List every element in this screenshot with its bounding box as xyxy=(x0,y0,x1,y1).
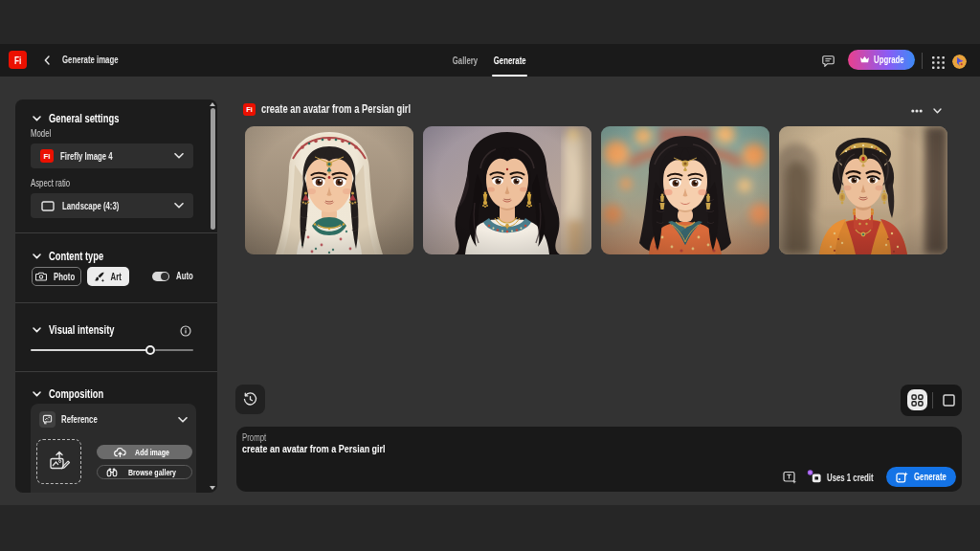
auto-label: Auto xyxy=(176,271,198,281)
apps-grid-icon[interactable] xyxy=(932,56,945,69)
crown-icon xyxy=(859,55,870,64)
generated-image-4[interactable] xyxy=(779,126,947,254)
credits-icon[interactable] xyxy=(807,470,822,483)
avatar[interactable] xyxy=(952,55,967,69)
generated-images xyxy=(245,126,947,254)
info-icon[interactable] xyxy=(180,325,191,337)
prompt-label-text: Prompt xyxy=(242,432,266,443)
visual-intensity-label: Visual intensity xyxy=(49,323,114,337)
workspace: General settings Model Fi Firefly Image … xyxy=(0,77,980,505)
content-type-header[interactable]: Content type xyxy=(33,250,119,263)
slider-knob[interactable] xyxy=(145,345,155,355)
single-view-button[interactable] xyxy=(941,390,957,409)
chevron-down-icon xyxy=(33,327,41,333)
aspect-ratio-label-text: Aspect ratio xyxy=(31,178,70,188)
settings-sidebar: General settings Model Fi Firefly Image … xyxy=(15,99,217,493)
firefly-result-icon: Fi xyxy=(243,103,256,116)
upgrade-label: Upgrade xyxy=(874,55,904,65)
art-brush-icon xyxy=(94,272,105,282)
prompt-settings-icon[interactable] xyxy=(783,471,797,484)
reference-select[interactable]: Reference xyxy=(39,411,188,428)
model-label: Model xyxy=(31,128,56,139)
add-image-label: Add image xyxy=(136,448,170,457)
add-image-button[interactable]: Add image xyxy=(97,445,192,459)
generate-label: Generate xyxy=(914,472,947,482)
aspect-ratio-select[interactable]: Landscape (4:3) xyxy=(31,193,193,218)
firefly-logo-text: Fi xyxy=(14,55,21,66)
header-divider xyxy=(922,53,923,69)
photo-button-label: Photo xyxy=(54,272,75,282)
model-select[interactable]: Fi Firefly Image 4 xyxy=(31,143,193,168)
scrollbar-thumb[interactable] xyxy=(211,108,215,230)
divider xyxy=(15,302,217,303)
more-options-icon[interactable] xyxy=(911,109,923,113)
chevron-left-icon xyxy=(44,55,50,65)
composition-panel: Reference Add image xyxy=(31,404,196,493)
camera-icon xyxy=(35,272,47,281)
scroll-down-icon[interactable] xyxy=(210,486,215,490)
grid-view-icon xyxy=(911,394,924,407)
result-prompt-text: create an avatar from a Persian girl xyxy=(261,102,411,116)
composition-label: Composition xyxy=(49,387,103,401)
landscape-icon xyxy=(41,201,55,211)
upload-dropzone[interactable] xyxy=(36,439,81,484)
tab-gallery[interactable]: Gallery xyxy=(450,44,480,77)
history-button[interactable] xyxy=(235,385,265,414)
tab-generate[interactable]: Generate xyxy=(492,44,527,77)
chevron-down-icon xyxy=(33,253,41,259)
auto-toggle[interactable] xyxy=(152,272,169,281)
content-type-photo-button[interactable]: Photo xyxy=(32,267,81,286)
prompt-input[interactable]: create an avatar from a Persian girl xyxy=(242,443,426,454)
general-settings-header[interactable]: General settings xyxy=(33,112,139,125)
result-header: Fi create an avatar from a Persian girl xyxy=(243,102,453,116)
browse-gallery-label: Browse gallery xyxy=(128,468,176,477)
generated-image-2[interactable] xyxy=(423,126,591,254)
generated-image-1[interactable] xyxy=(245,126,413,254)
firefly-model-icon: Fi xyxy=(40,149,54,163)
view-toggle xyxy=(901,385,962,416)
scroll-up-icon[interactable] xyxy=(210,102,215,106)
history-icon xyxy=(243,392,257,407)
page-title-label: Generate image xyxy=(62,55,119,65)
grid-view-button[interactable] xyxy=(907,389,927,410)
binoculars-icon xyxy=(106,468,118,477)
chevron-down-icon xyxy=(33,116,41,121)
result-prompt-title: create an avatar from a Persian girl xyxy=(261,102,453,116)
aspect-ratio-label: Aspect ratio xyxy=(31,178,81,188)
content-type-label: Content type xyxy=(49,250,103,263)
chevron-down-icon xyxy=(178,417,188,423)
model-value: Firefly Image 4 xyxy=(60,151,113,162)
chevron-down-icon xyxy=(174,153,184,159)
single-view-icon xyxy=(943,394,955,407)
back-button[interactable] xyxy=(39,48,55,73)
app-header: Fi Generate image Gallery Generate Upgra… xyxy=(0,44,980,77)
divider xyxy=(932,392,933,408)
generate-button[interactable]: Generate xyxy=(886,467,956,487)
visual-intensity-slider[interactable] xyxy=(31,345,193,355)
content-type-art-button[interactable]: Art xyxy=(87,267,129,286)
upgrade-button[interactable]: Upgrade xyxy=(848,50,915,70)
browse-gallery-button[interactable]: Browse gallery xyxy=(97,465,192,479)
prompt-label: Prompt xyxy=(242,432,273,443)
credits-label: Uses 1 credit xyxy=(827,473,874,483)
image-upload-icon xyxy=(47,450,72,474)
generate-icon xyxy=(896,472,908,483)
general-settings-label: General settings xyxy=(49,112,119,125)
generated-image-3[interactable] xyxy=(601,126,769,254)
prompt-card[interactable]: Prompt create an avatar from a Persian g… xyxy=(236,427,962,492)
feedback-icon[interactable] xyxy=(822,55,835,67)
firefly-logo[interactable]: Fi xyxy=(9,51,27,69)
firefly-app: Fi Generate image Gallery Generate Upgra… xyxy=(0,0,980,551)
collapse-results-icon[interactable] xyxy=(933,108,942,114)
composition-header[interactable]: Composition xyxy=(33,387,119,401)
aspect-ratio-value: Landscape (4:3) xyxy=(62,201,119,211)
visual-intensity-header[interactable]: Visual intensity xyxy=(33,323,133,337)
chevron-down-icon xyxy=(174,203,184,209)
chevron-down-icon xyxy=(33,391,41,397)
tab-gallery-label: Gallery xyxy=(453,55,478,66)
cloud-upload-icon xyxy=(114,448,126,457)
sidebar-scrollbar[interactable] xyxy=(209,99,217,493)
tab-generate-label: Generate xyxy=(494,55,526,66)
page-title: Generate image xyxy=(62,44,134,76)
reference-icon xyxy=(39,411,56,428)
